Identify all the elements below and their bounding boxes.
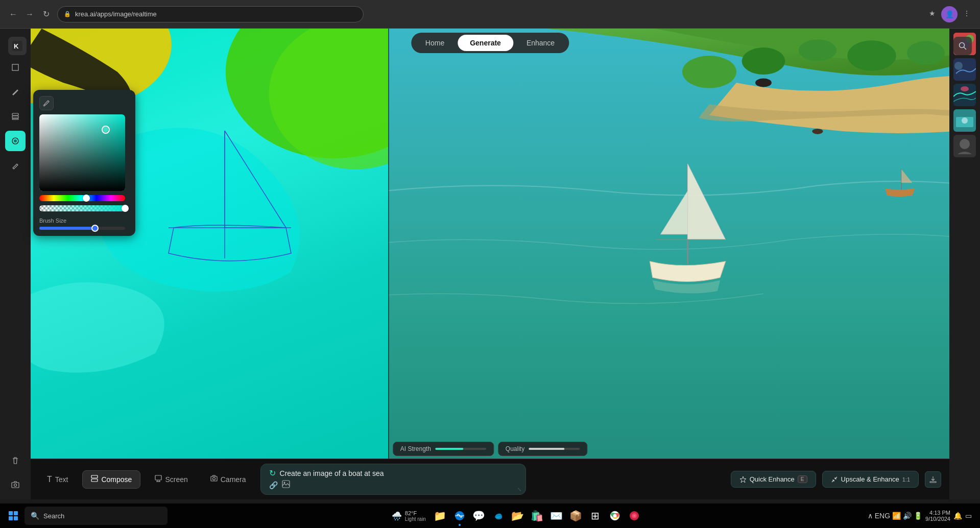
wifi-icon[interactable]: 📶 <box>892 512 901 520</box>
show-desktop-icon[interactable]: ▭ <box>965 512 972 520</box>
battery-icon[interactable]: 🔋 <box>914 512 922 520</box>
start-button[interactable] <box>4 507 22 525</box>
svg-point-25 <box>799 39 836 61</box>
taskbar-app-folder[interactable]: 📂 <box>509 507 527 525</box>
taskbar-app-file-explorer[interactable]: 📁 <box>431 507 449 525</box>
hue-slider[interactable] <box>39 195 125 201</box>
ai-strength-slider[interactable] <box>435 448 486 450</box>
delete-tool[interactable] <box>5 450 26 471</box>
brush-tool[interactable] <box>5 131 26 151</box>
mode-text[interactable]: T Text <box>39 471 76 488</box>
svg-point-11 <box>14 484 17 487</box>
taskbar-app-store[interactable]: 🛍️ <box>528 507 546 525</box>
opacity-slider[interactable] <box>39 205 125 211</box>
address-bar[interactable]: 🔒 krea.ai/apps/image/realtime <box>57 6 364 22</box>
thumbnail-2[interactable] <box>953 58 976 81</box>
tab-home[interactable]: Home <box>413 35 457 51</box>
tray-lang[interactable]: ENG <box>875 512 890 520</box>
windows-taskbar: 🔍 Search 🌧️ 82°F Light rain 📁 💬 <box>0 503 980 528</box>
download-button[interactable] <box>925 471 941 488</box>
svg-point-27 <box>847 40 896 70</box>
upscale-label: Upscale & Enhance <box>841 475 899 483</box>
hue-thumb <box>83 195 90 202</box>
search-button-top[interactable] <box>953 37 972 55</box>
brush-size-slider[interactable] <box>39 227 125 230</box>
taskbar-app-unknown[interactable] <box>625 507 643 525</box>
clock-widget[interactable]: 4:13 PM 9/10/2024 <box>925 510 950 522</box>
refresh-button[interactable]: ↻ <box>39 7 53 21</box>
taskbar-app-mail[interactable]: ✉️ <box>547 507 566 525</box>
thumbnail-3[interactable] <box>953 84 976 106</box>
tab-generate[interactable]: Generate <box>458 35 513 51</box>
eyedropper-button[interactable] <box>39 96 54 110</box>
prompt-image-icon[interactable] <box>282 480 290 490</box>
notification-icon[interactable]: 🔔 <box>953 512 962 520</box>
color-gradient-picker[interactable] <box>39 114 125 191</box>
eraser-tool[interactable] <box>5 155 26 176</box>
krea-logo[interactable]: K <box>8 37 27 55</box>
menu-button[interactable]: ⋮ <box>960 6 974 20</box>
upscale-enhance-button[interactable]: Upscale & Enhance 1:1 <box>822 471 919 488</box>
svg-point-44 <box>962 117 968 124</box>
bottom-toolbar: T Text Compose Screen <box>31 459 949 499</box>
mode-compose-label: Compose <box>101 475 132 484</box>
mode-compose[interactable]: Compose <box>82 470 140 489</box>
svg-text:K: K <box>14 42 19 50</box>
svg-point-34 <box>812 129 823 134</box>
bookmark-button[interactable]: ★ <box>925 6 939 20</box>
prompt-link-icon[interactable]: 🔗 <box>269 481 278 489</box>
svg-point-46 <box>960 139 970 149</box>
ai-strength-fill <box>435 448 463 450</box>
pen-tool[interactable] <box>5 82 26 102</box>
thumbnail-5[interactable] <box>953 135 976 157</box>
profile-button[interactable]: 👤 <box>941 6 958 22</box>
taskbar-app-teams[interactable]: 💬 <box>470 507 488 525</box>
quick-enhance-button[interactable]: Quick Enhance E <box>731 471 816 488</box>
prompt-top: ↻ Create an image of a boat at sea <box>269 468 517 478</box>
ai-strength-control: AI Strength <box>393 442 494 456</box>
right-actions: Quick Enhance E Upscale & Enhance 1:1 <box>731 471 941 488</box>
ai-output-canvas <box>388 29 949 499</box>
svg-rect-48 <box>91 479 98 482</box>
mode-camera-label: Camera <box>221 475 246 484</box>
svg-point-56 <box>283 482 285 484</box>
taskbar-search[interactable]: 🔍 Search <box>25 507 168 525</box>
tray-up-arrow[interactable]: ∧ <box>868 512 873 520</box>
rectangle-tool[interactable] <box>5 57 26 78</box>
svg-point-28 <box>907 41 945 65</box>
quality-label: Quality <box>506 445 524 452</box>
taskbar-search-text: Search <box>43 512 64 520</box>
mode-camera[interactable]: Camera <box>202 471 254 488</box>
taskbar-app-browser[interactable] <box>450 507 469 525</box>
brush-size-label: Brush Size <box>39 218 129 224</box>
taskbar-app-grid[interactable]: ⊞ <box>586 507 605 525</box>
svg-point-41 <box>961 86 969 91</box>
brush-size-thumb <box>91 225 99 232</box>
tab-enhance[interactable]: Enhance <box>514 35 567 51</box>
mode-screen-label: Screen <box>165 475 187 484</box>
top-navigation: Home Generate Enhance <box>411 33 569 53</box>
svg-rect-47 <box>91 475 98 478</box>
quality-slider[interactable] <box>529 448 580 450</box>
browser-actions: ★ 👤 ⋮ <box>925 6 974 22</box>
prompt-resize-handle[interactable]: ⤡ <box>517 487 521 492</box>
forward-button[interactable]: → <box>22 7 37 21</box>
quick-enhance-label: Quick Enhance <box>750 475 795 483</box>
opacity-thumb <box>122 205 129 212</box>
ai-strength-label: AI Strength <box>400 445 431 452</box>
taskbar-app-chrome[interactable] <box>606 507 624 525</box>
back-button[interactable]: ← <box>6 7 20 21</box>
taskbar-app-edge[interactable] <box>489 507 508 525</box>
volume-icon[interactable]: 🔊 <box>903 512 912 520</box>
mode-screen[interactable]: Screen <box>147 471 196 488</box>
prompt-text[interactable]: Create an image of a boat at sea <box>280 469 517 477</box>
browser-chrome: ← → ↻ 🔒 krea.ai/apps/image/realtime ★ 👤 … <box>0 0 980 29</box>
taskbar-weather-widget[interactable]: 🌧️ 82°F Light rain <box>388 507 430 525</box>
photo-tool[interactable] <box>5 475 26 495</box>
thumbnail-4[interactable] <box>953 109 976 132</box>
layers-tool[interactable] <box>5 106 26 127</box>
ai-control-row: AI Strength Quality <box>393 442 587 456</box>
prompt-refresh-icon[interactable]: ↻ <box>269 468 276 478</box>
taskbar-app-dropbox[interactable]: 📦 <box>567 507 585 525</box>
brush-size-fill <box>39 227 95 230</box>
